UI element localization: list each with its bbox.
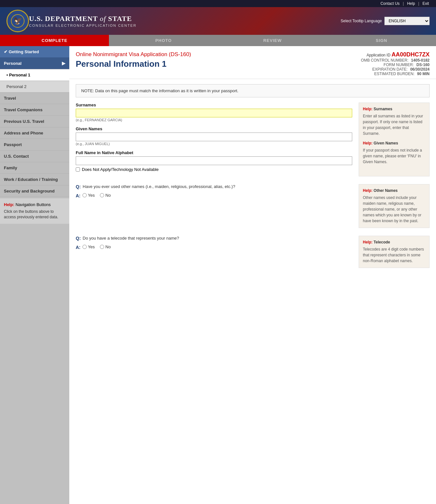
us-contact-label: U.S. Contact [4, 154, 29, 159]
sidebar-help-text: Click on the buttons above to access pre… [4, 209, 65, 220]
qa2-a-label: A: [76, 245, 81, 250]
progress-review[interactable]: REVIEW [218, 35, 327, 46]
sidebar-item-travel[interactable]: Travel [0, 93, 69, 104]
given-names-input[interactable] [76, 133, 352, 141]
omb-label: OMB CONTROL NUMBER: [361, 58, 409, 63]
sidebar-help-title: Help: [4, 202, 15, 207]
surnames-field-group: Surnames (e.g., FERNANDEZ GARCIA) [76, 103, 352, 122]
family-label: Family [4, 165, 17, 170]
personal-label: Personal [4, 61, 22, 66]
sidebar-item-family[interactable]: Family [0, 162, 69, 174]
given-names-help-text: If your passport does not include a give… [363, 147, 425, 165]
qa2-no-radio[interactable] [100, 245, 104, 249]
surnames-label: Surnames [76, 103, 352, 107]
qa1-block: Q: Have you ever used other names (i.e.,… [76, 182, 430, 228]
qa1-help-heading: Help: Other Names [363, 188, 425, 193]
help-link[interactable]: Help [404, 1, 418, 6]
sidebar-help-subtitle: Navigation Buttons [15, 202, 51, 207]
given-names-hint: (e.g., JUAN MIGUEL) [76, 142, 352, 146]
qa2-no-option[interactable]: No [100, 244, 111, 249]
qa1-help-heading-text: Other Names [373, 188, 398, 193]
qa2-help-label: Help: [363, 240, 373, 244]
dept-name: U.S. DEPARTMENT of STATE [29, 15, 137, 23]
given-names-field-group: Given Names (e.g., JUAN MIGUEL) [76, 126, 352, 146]
qa1-q-label: Q: [76, 184, 81, 189]
qa2-help-heading-text: Telecode [373, 240, 390, 244]
meta-expiry: EXPIRATION DATE: 06/30/2024 [361, 67, 430, 72]
app-id-container: Application ID AA00DHC7ZX [361, 51, 430, 58]
app-title: Online Nonimmigrant Visa Application (DS… [76, 51, 191, 58]
qa2-row: Q: Do you have a telecode that represent… [76, 236, 430, 268]
given-names-help-label: Help: [363, 141, 373, 145]
sidebar-item-previous-us-travel[interactable]: Previous U.S. Travel [0, 116, 69, 127]
form-value: DS-160 [416, 63, 430, 67]
qa2-no-label: No [105, 244, 111, 249]
full-name-input[interactable] [76, 156, 352, 165]
does-not-apply-checkbox[interactable] [76, 167, 80, 172]
progress-photo[interactable]: PHOTO [109, 35, 218, 46]
header-right: Select Tooltip Language ENGLISH SPANISH … [341, 17, 430, 25]
surnames-help-heading: Help: Surnames [363, 107, 425, 111]
sub-name: CONSULAR ELECTRONIC APPLICATION CENTER [29, 24, 137, 27]
sidebar-item-passport[interactable]: Passport [0, 139, 69, 151]
qa1-no-option[interactable]: No [100, 193, 111, 198]
content-header-left: Online Nonimmigrant Visa Application (DS… [76, 51, 191, 69]
surnames-help-col: Help: Surnames Enter all surnames as lis… [359, 103, 430, 176]
sidebar-item-address-phone[interactable]: Address and Phone [0, 127, 69, 139]
qa1-answer-row: Yes No [82, 192, 111, 198]
sidebar-item-work-education[interactable]: Work / Education / Training [0, 174, 69, 185]
language-select[interactable]: ENGLISH SPANISH FRENCH CHINESE ARABIC PO… [384, 17, 430, 25]
surnames-section: Surnames (e.g., FERNANDEZ GARCIA) Given … [76, 103, 430, 176]
qa1-content: Q: Have you ever used other names (i.e.,… [76, 184, 352, 228]
svg-text:🦅: 🦅 [14, 16, 23, 25]
qa1-question-line: Q: Have you ever used other names (i.e.,… [76, 184, 352, 189]
surnames-hint: (e.g., FERNANDEZ GARCIA) [76, 118, 352, 122]
previous-us-travel-label: Previous U.S. Travel [4, 119, 44, 124]
qa1-yes-radio[interactable] [82, 193, 87, 197]
security-background-label: Security and Background [4, 189, 54, 193]
tooltip-language-label: Select Tooltip Language [341, 19, 382, 23]
qa1-answer-line: A: Yes No [76, 192, 352, 198]
sidebar-item-us-contact[interactable]: U.S. Contact [0, 151, 69, 162]
contact-us-link[interactable]: Contact Us [377, 1, 403, 6]
progress-sign[interactable]: SIGN [327, 35, 436, 46]
sidebar-item-getting-started[interactable]: ✔ Getting Started [0, 46, 69, 57]
given-names-help-heading-text: Given Names [373, 141, 398, 145]
qa1-no-radio[interactable] [100, 193, 104, 197]
qa2-answer-line: A: Yes No [76, 243, 352, 250]
exit-link[interactable]: Exit [419, 1, 432, 6]
expiry-label: EXPIRATION DATE: [372, 67, 408, 72]
sidebar: ✔ Getting Started Personal ▶ ▪ Personal … [0, 46, 69, 504]
page-title: Personal Information 1 [76, 59, 191, 69]
qa1-help: Help: Other Names Other names used inclu… [359, 184, 430, 228]
qa1-question-text: Have you ever used other names (i.e., ma… [83, 184, 235, 189]
sidebar-item-personal1[interactable]: ▪ Personal 1 [0, 69, 69, 81]
sidebar-item-personal[interactable]: Personal ▶ [0, 57, 69, 69]
note-box: NOTE: Data on this page must match the i… [76, 84, 430, 97]
qa2-yes-option[interactable]: Yes [82, 244, 95, 249]
burden-label: ESTIMATED BURDEN: [374, 72, 414, 76]
header: 🦅 U.S. DEPARTMENT of STATE CONSULAR ELEC… [0, 7, 436, 35]
personal1-bullet: ▪ [6, 73, 9, 77]
does-not-apply-label: Does Not Apply/Technology Not Available [82, 167, 159, 172]
qa2-block: Q: Do you have a telecode that represent… [76, 233, 430, 268]
sidebar-item-travel-companions[interactable]: Travel Companions [0, 104, 69, 116]
qa1-no-label: No [105, 193, 111, 198]
qa2-question-line: Q: Do you have a telecode that represent… [76, 236, 352, 241]
qa2-help-heading: Help: Telecode [363, 240, 425, 244]
full-name-label: Full Name in Native Alphabet [76, 150, 352, 155]
sidebar-help: Help: Navigation Buttons Click on the bu… [0, 198, 69, 224]
progress-complete[interactable]: COMPLETE [0, 35, 109, 46]
qa1-help-label: Help: [363, 188, 373, 193]
surnames-input[interactable] [76, 109, 352, 117]
qa1-yes-option[interactable]: Yes [82, 193, 95, 198]
travel-companions-label: Travel Companions [4, 107, 43, 112]
qa2-yes-label: Yes [88, 244, 95, 249]
sidebar-item-personal2[interactable]: Personal 2 [0, 81, 69, 93]
does-not-apply-row: Does Not Apply/Technology Not Available [76, 167, 352, 172]
qa2-yes-radio[interactable] [82, 245, 87, 249]
qa2-help-text: Telecodes are 4 digit code numbers that … [363, 246, 425, 264]
qa1-yes-label: Yes [88, 193, 95, 198]
surnames-form-col: Surnames (e.g., FERNANDEZ GARCIA) Given … [76, 103, 352, 176]
sidebar-item-security-background[interactable]: Security and Background [0, 185, 69, 197]
